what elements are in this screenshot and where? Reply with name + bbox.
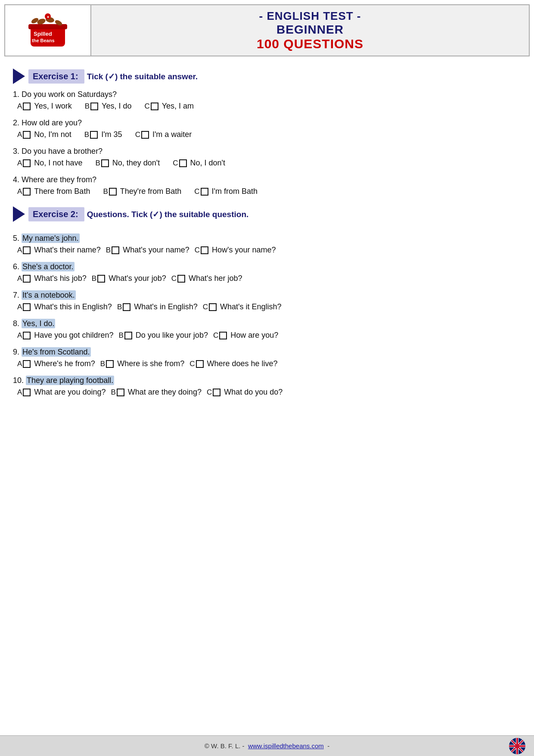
exercise1-instruction: Tick (✓) the suitable answer. bbox=[87, 72, 198, 81]
question-3-answers: A No, I not have B No, they don't C No, … bbox=[13, 159, 521, 168]
question-2-answers: A No, I'm not B I'm 35 C I'm a waiter bbox=[13, 130, 521, 139]
q2-checkbox-a[interactable] bbox=[23, 131, 31, 139]
q10-checkbox-b[interactable] bbox=[117, 389, 124, 396]
uk-flag bbox=[509, 738, 525, 754]
q3-option-b: B No, they don't bbox=[95, 159, 160, 168]
q1-checkbox-a[interactable] bbox=[23, 103, 31, 110]
question-5: 5. My name's john. A What's their name? … bbox=[13, 234, 521, 255]
q5-option-c: C How's your name? bbox=[195, 246, 276, 255]
question-5-answers: A What's their name? B What's your name?… bbox=[13, 246, 521, 255]
q8-checkbox-a[interactable] bbox=[23, 332, 31, 339]
exercise2-label-box: Exercise 2: bbox=[28, 207, 84, 221]
q7-checkbox-b[interactable] bbox=[123, 303, 130, 311]
question-2-text: 2. How old are you? bbox=[13, 118, 521, 128]
question-10-answers: A What are you doing? B What are they do… bbox=[13, 388, 521, 397]
q3-checkbox-b[interactable] bbox=[101, 159, 109, 167]
q6-option-c: C What's her job? bbox=[171, 274, 242, 283]
flag-icon bbox=[509, 738, 525, 754]
q10-option-b: B What are they doing? bbox=[111, 388, 201, 397]
q1-checkbox-b[interactable] bbox=[90, 103, 98, 110]
logo-image: Spilled the Beans ★ bbox=[20, 12, 76, 49]
page-footer: © W. B. F. L. - www.ispilledthebeans.com… bbox=[0, 735, 534, 756]
q2-option-b: B I'm 35 bbox=[84, 130, 122, 139]
q6-checkbox-c[interactable] bbox=[177, 275, 185, 283]
q10-checkbox-a[interactable] bbox=[23, 389, 31, 396]
q3-checkbox-c[interactable] bbox=[179, 159, 187, 167]
q7-checkbox-a[interactable] bbox=[23, 303, 31, 311]
question-9: 9. He's from Scotland. A Where's he from… bbox=[13, 348, 521, 368]
q3-checkbox-a[interactable] bbox=[23, 159, 31, 167]
q7-option-b: B What's in English? bbox=[117, 302, 198, 311]
question-1: 1. Do you work on Saturdays? A Yes, I wo… bbox=[13, 90, 521, 111]
question-9-answers: A Where's he from? B Where is she from? … bbox=[13, 359, 521, 368]
question-10: 10. They are playing football. A What ar… bbox=[13, 376, 521, 397]
q5-checkbox-a[interactable] bbox=[23, 246, 31, 254]
q9-checkbox-a[interactable] bbox=[23, 360, 31, 368]
q4-option-a: A There from Bath bbox=[17, 187, 90, 196]
question-6-answers: A What's his job? B What's your job? C W… bbox=[13, 274, 521, 283]
q4-checkbox-c[interactable] bbox=[201, 188, 208, 196]
title-area: - ENGLISH TEST - BEGINNER 100 QUESTIONS bbox=[91, 5, 529, 56]
q6-option-a: A What's his job? bbox=[17, 274, 87, 283]
question-7: 7. It's a notebook. A What's this in Eng… bbox=[13, 291, 521, 311]
question-6: 6. She's a doctor. A What's his job? B W… bbox=[13, 262, 521, 283]
main-content: Exercise 1: Tick (✓) the suitable answer… bbox=[0, 56, 534, 409]
question-8-answers: A Have you got children? B Do you like y… bbox=[13, 331, 521, 340]
q2-checkbox-b[interactable] bbox=[90, 131, 98, 139]
q6-statement: She's a doctor. bbox=[22, 262, 75, 271]
q5-statement: My name's john. bbox=[22, 233, 80, 243]
q10-statement: They are playing football. bbox=[26, 376, 114, 385]
question-3-text: 3. Do you have a brother? bbox=[13, 147, 521, 156]
q5-checkbox-b[interactable] bbox=[112, 246, 119, 254]
q1-option-a: A Yes, I work bbox=[17, 102, 72, 111]
q3-option-c: C No, I don't bbox=[173, 159, 225, 168]
title-line3: 100 QUESTIONS bbox=[257, 37, 363, 51]
q2-checkbox-c[interactable] bbox=[141, 131, 149, 139]
q7-option-a: A What's this in English? bbox=[17, 302, 112, 311]
logo-area: Spilled the Beans ★ bbox=[5, 5, 91, 56]
footer-text: © W. B. F. L. - www.ispilledthebeans.com… bbox=[205, 742, 329, 750]
svg-text:the Beans: the Beans bbox=[32, 38, 55, 43]
q8-option-c: C How are you? bbox=[213, 331, 278, 340]
question-5-text: 5. My name's john. bbox=[13, 234, 521, 243]
question-1-answers: A Yes, I work B Yes, I do C Yes, I am bbox=[13, 102, 521, 111]
exercise1-label: Exercise 1: bbox=[33, 72, 78, 81]
question-6-text: 6. She's a doctor. bbox=[13, 262, 521, 271]
q10-checkbox-c[interactable] bbox=[213, 389, 220, 396]
exercise1-header: Exercise 1: Tick (✓) the suitable answer… bbox=[13, 68, 521, 84]
q1-option-c: C Yes, I am bbox=[144, 102, 194, 111]
q2-option-a: A No, I'm not bbox=[17, 130, 71, 139]
q4-option-c: C I'm from Bath bbox=[194, 187, 258, 196]
question-7-text: 7. It's a notebook. bbox=[13, 291, 521, 300]
q2-option-c: C I'm a waiter bbox=[135, 130, 192, 139]
q7-checkbox-c[interactable] bbox=[209, 303, 217, 311]
question-7-answers: A What's this in English? B What's in En… bbox=[13, 302, 521, 311]
q10-option-c: C What do you do? bbox=[207, 388, 283, 397]
arrow-icon bbox=[13, 68, 25, 84]
question-8: 8. Yes, I do. A Have you got children? B… bbox=[13, 319, 521, 340]
question-9-text: 9. He's from Scotland. bbox=[13, 348, 521, 357]
q6-checkbox-b[interactable] bbox=[97, 275, 105, 283]
q5-checkbox-c[interactable] bbox=[201, 246, 208, 254]
arrow-icon-2 bbox=[13, 206, 25, 222]
q8-option-b: B Do you like your job? bbox=[118, 331, 208, 340]
q4-checkbox-b[interactable] bbox=[109, 188, 117, 196]
q9-checkbox-c[interactable] bbox=[196, 360, 204, 368]
q4-checkbox-a[interactable] bbox=[23, 188, 31, 196]
q9-option-b: B Where is she from? bbox=[100, 359, 184, 368]
question-4: 4. Where are they from? A There from Bat… bbox=[13, 175, 521, 196]
q8-checkbox-c[interactable] bbox=[219, 332, 227, 339]
question-4-text: 4. Where are they from? bbox=[13, 175, 521, 184]
q8-statement: Yes, I do. bbox=[22, 319, 55, 328]
q9-checkbox-b[interactable] bbox=[106, 360, 114, 368]
question-8-text: 8. Yes, I do. bbox=[13, 319, 521, 328]
footer-link[interactable]: www.ispilledthebeans.com bbox=[248, 742, 324, 750]
q1-checkbox-c[interactable] bbox=[151, 103, 158, 110]
q7-statement: It's a notebook. bbox=[22, 290, 76, 300]
q8-option-a: A Have you got children? bbox=[17, 331, 113, 340]
q8-checkbox-b[interactable] bbox=[124, 332, 132, 339]
q10-option-a: A What are you doing? bbox=[17, 388, 106, 397]
exercise2-instruction: Questions. Tick (✓) the suitable questio… bbox=[87, 209, 249, 219]
q9-option-a: A Where's he from? bbox=[17, 359, 95, 368]
q6-checkbox-a[interactable] bbox=[23, 275, 31, 283]
